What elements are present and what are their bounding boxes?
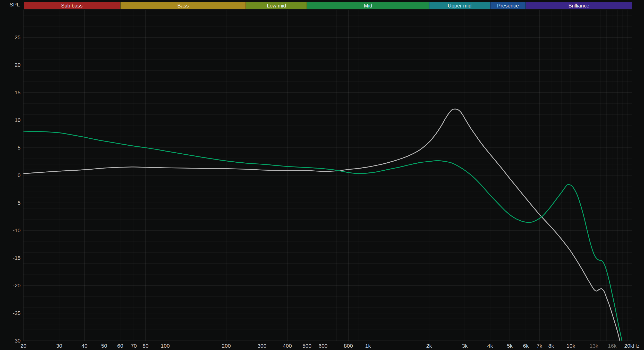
x-tick-label-3k: 3k xyxy=(462,343,468,349)
x-tick-label-20kHz: 20kHz xyxy=(624,343,640,349)
x-tick-label-7k: 7k xyxy=(537,343,543,349)
x-tick-label-100: 100 xyxy=(161,343,170,349)
x-tick-label-13k: 13k xyxy=(590,343,598,349)
frequency-response-chart: Sub bassBassLow midMidUpper midPresenceB… xyxy=(0,0,644,350)
y-tick-label: -25 xyxy=(13,310,21,316)
y-tick-label: -20 xyxy=(13,282,21,288)
x-tick-label-800: 800 xyxy=(344,343,353,349)
x-tick-label-60: 60 xyxy=(117,343,123,349)
y-tick-label: 5 xyxy=(18,145,21,151)
x-tick-label-500: 500 xyxy=(302,343,311,349)
band-label-low-mid: Low mid xyxy=(267,3,286,9)
x-tick-label-200: 200 xyxy=(222,343,231,349)
x-tick-label-300: 300 xyxy=(257,343,266,349)
x-tick-label-50: 50 xyxy=(101,343,107,349)
y-axis-title: SPL xyxy=(10,2,20,8)
x-tick-label-80: 80 xyxy=(142,343,148,349)
band-label-bass: Bass xyxy=(177,3,189,9)
x-tick-label-2k: 2k xyxy=(426,343,432,349)
band-label-upper-mid: Upper mid xyxy=(448,3,471,9)
y-tick-label: 20 xyxy=(15,62,21,68)
band-label-presence: Presence xyxy=(497,3,519,9)
x-tick-label-70: 70 xyxy=(131,343,137,349)
y-tick-label: 10 xyxy=(15,117,21,123)
y-tick-label: 25 xyxy=(15,34,21,40)
curve-green xyxy=(23,131,625,350)
x-tick-label-6k: 6k xyxy=(523,343,529,349)
x-tick-label-40: 40 xyxy=(81,343,87,349)
x-tick-label-20: 20 xyxy=(20,343,26,349)
x-tick-label-4k: 4k xyxy=(487,343,493,349)
x-tick-label-400: 400 xyxy=(283,343,292,349)
y-tick-label: -15 xyxy=(13,255,21,261)
band-label-brilliance: Brilliance xyxy=(569,3,589,9)
x-tick-label-16k: 16k xyxy=(608,343,617,349)
x-tick-label-10k: 10k xyxy=(566,343,575,349)
y-tick-label: 15 xyxy=(15,89,21,95)
y-tick-label: 0 xyxy=(18,172,21,178)
x-tick-label-1k: 1k xyxy=(365,343,371,349)
y-tick-label: -10 xyxy=(13,227,21,233)
x-tick-label-8k: 8k xyxy=(548,343,554,349)
frequency-response-page: SPL Sub bassBassLow midMidUpper midPrese… xyxy=(0,0,644,350)
x-tick-label-30: 30 xyxy=(56,343,62,349)
x-tick-label-5k: 5k xyxy=(507,343,513,349)
y-tick-label: -5 xyxy=(16,200,21,206)
band-label-sub-bass: Sub bass xyxy=(61,3,82,9)
x-tick-label-600: 600 xyxy=(318,343,327,349)
band-label-mid: Mid xyxy=(364,3,372,9)
y-tick-label: -30 xyxy=(13,338,21,344)
